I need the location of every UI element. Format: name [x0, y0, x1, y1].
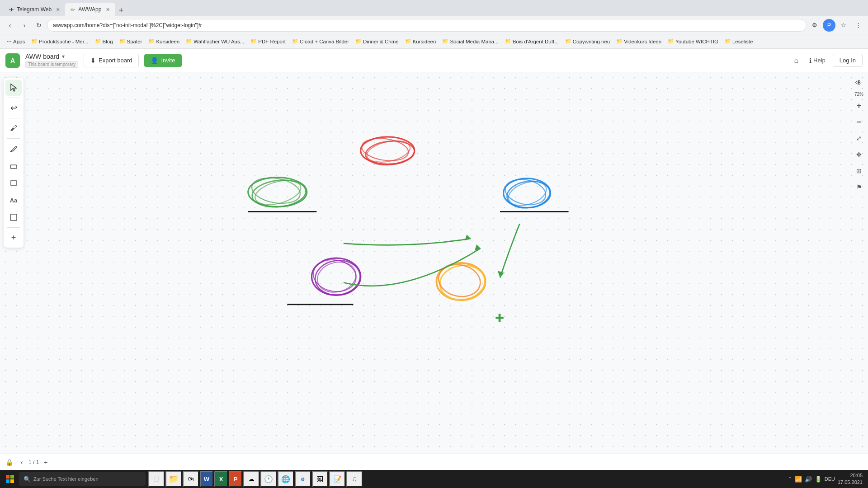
telegram-favicon: ✈ — [9, 6, 14, 13]
export-board-button[interactable]: ⬇ Export board — [84, 54, 139, 67]
svg-point-14 — [505, 177, 549, 210]
arrowhead-2 — [465, 235, 471, 240]
expand-button[interactable]: ⤢ — [852, 131, 866, 145]
text-tool[interactable]: Aa — [5, 192, 22, 208]
bookmark-blog[interactable]: 📁 Blog — [92, 38, 116, 45]
pen-tool[interactable] — [5, 141, 22, 157]
purple-scribble — [311, 257, 362, 297]
clock-button[interactable]: 🕐 — [260, 471, 277, 487]
add-tool[interactable]: + — [5, 230, 22, 246]
invite-button[interactable]: 👤 Invite — [144, 54, 181, 67]
bookmark-kursideen2[interactable]: 📁 Kursideen — [402, 38, 439, 45]
onedrive-button[interactable]: ☁ — [243, 471, 259, 487]
sticky-tool[interactable] — [5, 209, 22, 225]
home-button[interactable]: ⌂ — [790, 55, 802, 66]
bookmark-pdf[interactable]: 📁 PDF Report — [248, 38, 288, 45]
windows-start-button[interactable] — [2, 471, 18, 487]
bookmark-produktsuche[interactable]: 📁 Produktsuche - Mer... — [28, 38, 91, 45]
tool-divider — [7, 98, 20, 98]
browser-frame: ✈ Telegram Web × ✏ AWWApp × + ‹ › ↻ ⚙ P … — [0, 0, 868, 488]
powerpoint-button[interactable]: P — [229, 471, 242, 487]
bookmark-kursideen1[interactable]: 📁 Kursideen — [146, 38, 182, 45]
excel-button[interactable]: X — [214, 471, 228, 487]
undo-tool[interactable]: ↩ — [5, 100, 22, 116]
bookmark-social[interactable]: 📁 Social Media Mana... — [439, 38, 501, 45]
board-title: AWW board — [25, 53, 59, 60]
reload-button[interactable]: ↻ — [33, 19, 45, 32]
svg-point-10 — [252, 176, 303, 209]
bookmark-wahlfächer[interactable]: 📁 Wahlfächer WU Aus... — [183, 38, 247, 45]
zoom-out-button[interactable]: − — [852, 115, 866, 129]
tab-bar: ✈ Telegram Web × ✏ AWWApp × + — [0, 0, 868, 16]
tab-telegram-close[interactable]: × — [56, 6, 60, 13]
tab-telegram-label: Telegram Web — [17, 6, 52, 13]
text-icon: Aa — [10, 197, 18, 204]
bookmark-button[interactable]: ☆ — [837, 19, 850, 32]
canvas-area[interactable]: ↩ 🖌 — [0, 72, 868, 454]
notes-button[interactable]: 📝 — [329, 471, 345, 487]
select-tool[interactable] — [5, 80, 22, 96]
shapes-tool[interactable] — [5, 175, 22, 191]
bookmark-cload[interactable]: 📁 Cload + Canva Bilder — [289, 38, 352, 45]
zoom-in-button[interactable]: + — [852, 99, 866, 113]
arrow-curve-3 — [500, 224, 519, 277]
next-page-button[interactable]: + — [41, 457, 51, 467]
folder-icon: 📁 — [565, 38, 571, 44]
back-button[interactable]: ‹ — [4, 19, 16, 32]
app-header: A AWW board ▾ This board is temporary ⬇ … — [0, 49, 868, 72]
svg-point-15 — [311, 258, 360, 295]
folder-icon: 📁 — [148, 38, 155, 44]
login-button[interactable]: Log In — [833, 54, 863, 67]
files-button[interactable]: 📁 — [165, 471, 182, 487]
store-button[interactable]: 🛍 — [183, 471, 199, 487]
address-input[interactable] — [47, 19, 807, 32]
tab-awwapp[interactable]: ✏ AWWApp × — [65, 3, 115, 16]
brush-tool[interactable]: 🖌 — [5, 120, 22, 136]
extensions-button[interactable]: ⚙ — [808, 19, 821, 32]
taskbar-time-date: 20:05 17.05.2021 — [838, 472, 863, 486]
eraser-tool[interactable] — [5, 158, 22, 174]
bookmark-youtube[interactable]: 📁 Youtube WICHTIG — [665, 38, 721, 45]
taskbar-date: 17.05.2021 — [838, 479, 863, 486]
taskbar-right: ⌃ 📶 🔊 🔋 DEU 20:05 17.05.2021 — [784, 472, 866, 486]
bookmark-panel-button[interactable]: ⚑ — [852, 180, 866, 194]
tab-awwapp-label: AWWApp — [78, 6, 101, 13]
forward-button[interactable]: › — [18, 19, 31, 32]
bookmark-leseliste[interactable]: 📁 Leseliste — [722, 38, 755, 45]
new-tab-button[interactable]: + — [115, 6, 127, 15]
app-area: A AWW board ▾ This board is temporary ⬇ … — [0, 49, 868, 470]
bookmark-apps[interactable]: ⋯ Apps — [4, 38, 28, 46]
download-icon: ⬇ — [90, 57, 96, 64]
system-tray: ⌃ — [788, 476, 792, 482]
bookmark-später[interactable]: 📁 Später — [117, 38, 145, 45]
page-navigation: ‹ 1 / 1 + — [17, 457, 51, 467]
profile-button[interactable]: P — [823, 19, 835, 32]
green-scribble — [248, 174, 307, 210]
help-button[interactable]: ℹ Help — [806, 55, 829, 66]
tab-awwapp-close[interactable]: × — [106, 6, 109, 13]
tab-telegram[interactable]: ✈ Telegram Web × — [4, 3, 65, 16]
visibility-button[interactable]: 👁 — [852, 76, 866, 90]
taskbar-search[interactable]: 🔍 Zur Suche Text hier eingeben — [19, 472, 146, 486]
move-button[interactable]: ✥ — [852, 147, 866, 162]
prev-page-button[interactable]: ‹ — [17, 457, 27, 467]
bookmark-videokurs[interactable]: 📁 Videokurs Ideen — [613, 38, 664, 45]
lock-icon: 🔒 — [5, 459, 13, 466]
svg-point-18 — [314, 258, 359, 296]
arrow-curve-1 — [344, 249, 481, 286]
edge-button[interactable]: e — [295, 471, 311, 487]
bookmark-copywriting[interactable]: 📁 Copywriting neu — [562, 38, 613, 45]
music-button[interactable]: ♫ — [346, 471, 363, 487]
home-icon: ⌂ — [794, 56, 798, 65]
fit-button[interactable]: ⊞ — [852, 164, 866, 178]
taskview-button[interactable]: ❑ — [148, 471, 165, 487]
board-name-row: AWW board ▾ — [25, 53, 78, 60]
chrome-button[interactable]: 🌐 — [278, 471, 294, 487]
board-dropdown-button[interactable]: ▾ — [61, 53, 66, 60]
bookmark-dinner[interactable]: 📁 Dinner & Crime — [353, 38, 401, 45]
volume-icon: 🔊 — [805, 476, 812, 483]
bookmark-bois[interactable]: 📁 Bois d'Argent Duft... — [502, 38, 561, 45]
photos-button[interactable]: 🖼 — [312, 471, 328, 487]
more-button[interactable]: ⋮ — [852, 19, 864, 32]
word-button[interactable]: W — [200, 471, 213, 487]
